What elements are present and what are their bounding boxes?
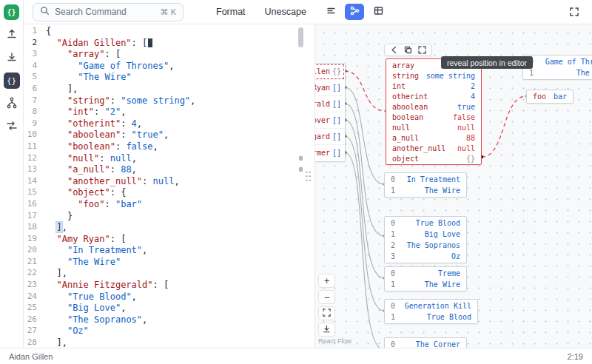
line-number: 7 bbox=[24, 95, 46, 107]
node-row: 2The Sopranos bbox=[385, 240, 466, 251]
code-line[interactable]: 19 "Amy Ryan": [ bbox=[24, 234, 314, 246]
code-line[interactable]: 6 ], bbox=[24, 84, 314, 95]
root-node-row[interactable]: Aidan Gillen{} bbox=[314, 64, 345, 80]
graph-node-aidan-array[interactable]: 0Game of Thrones1The Wire bbox=[522, 55, 592, 80]
code-text: "array": [ bbox=[46, 49, 121, 61]
focus-icon[interactable] bbox=[418, 46, 426, 54]
download-image-button[interactable] bbox=[318, 323, 335, 337]
format-button[interactable]: Format bbox=[216, 7, 246, 17]
graph-node-alice-farmer[interactable]: 0The Corner bbox=[384, 337, 467, 348]
code-text: "The Sopranos", bbox=[46, 314, 147, 326]
code-line[interactable]: 26 "The Sopranos", bbox=[24, 314, 314, 326]
fit-view-button[interactable] bbox=[318, 306, 335, 320]
node-row: stringsome string bbox=[386, 70, 481, 81]
graph-canvas[interactable]: Aidan Gillen{}Amy Ryan[]Annie Fitzgerald… bbox=[314, 24, 592, 348]
scrollbar-thumb[interactable] bbox=[298, 27, 303, 47]
line-number: 25 bbox=[24, 303, 46, 314]
line-number: 19 bbox=[24, 234, 46, 246]
export-button[interactable] bbox=[4, 27, 20, 43]
code-text: "Amy Ryan": [ bbox=[46, 234, 126, 246]
graph-node-alexander-skarsgard[interactable]: 0Generation Kill1True Blood bbox=[384, 299, 478, 324]
graph-node-amy-ryan[interactable]: 0In Treatment1The Wire bbox=[384, 172, 467, 198]
flow-tool-button[interactable] bbox=[4, 95, 20, 112]
search-shortcut: ⌘ K bbox=[161, 7, 176, 17]
code-line[interactable]: 14 "another_null": null, bbox=[24, 176, 314, 188]
unescape-button[interactable]: Unescape bbox=[265, 7, 306, 17]
json-editor-tool-button[interactable]: {} bbox=[4, 73, 20, 89]
selected-object-node[interactable]: arraystringsome stringint2otherint4abool… bbox=[386, 58, 482, 165]
node-value: bar bbox=[554, 92, 567, 101]
code-text: "string": "some string", bbox=[46, 95, 195, 107]
graph-node-anwan-glover[interactable]: 0Treme1The Wire bbox=[384, 266, 467, 291]
graph-view-button[interactable] bbox=[345, 4, 364, 20]
code-line[interactable]: 25 "Big Love", bbox=[24, 303, 314, 314]
root-node-row[interactable]: Anwan Glover[] bbox=[314, 112, 345, 129]
compare-tool-button[interactable] bbox=[4, 118, 20, 135]
code-line[interactable]: 4 "Game of Thrones", bbox=[24, 61, 314, 73]
code-line[interactable]: 13 "a_null": 88, bbox=[24, 164, 314, 176]
json-editor[interactable]: 1{2 "Aidan Gillen": [3 "array": [4 "Game… bbox=[24, 24, 314, 348]
code-line[interactable]: 1{ bbox=[24, 26, 314, 38]
root-node-row[interactable]: Alexander Skarsgard[] bbox=[314, 129, 345, 145]
code-line[interactable]: 10 "aboolean": "true", bbox=[24, 129, 314, 141]
code-line[interactable]: 2 "Aidan Gillen": [ bbox=[24, 38, 314, 50]
code-line[interactable]: 28 ], bbox=[24, 337, 314, 348]
reactflow-attribution: React Flow bbox=[318, 337, 352, 345]
code-line[interactable]: 5 "The Wire" bbox=[24, 72, 314, 84]
node-key: foo bbox=[533, 92, 546, 101]
code-line[interactable]: 24 "True Blood", bbox=[24, 291, 314, 303]
search-placeholder: Search Command bbox=[55, 7, 155, 17]
selected-path: Aidan Gillen bbox=[9, 352, 53, 361]
code-line[interactable]: 18 ], bbox=[24, 222, 314, 234]
node-row: 0Generation Kill bbox=[385, 300, 477, 311]
code-line[interactable]: 16 "foo": "bar" bbox=[24, 199, 314, 211]
code-line[interactable]: 20 "In Treatment", bbox=[24, 245, 314, 257]
code-text: "Big Love", bbox=[46, 303, 126, 314]
code-line[interactable]: 17 } bbox=[24, 211, 314, 223]
zoom-in-button[interactable]: + bbox=[318, 274, 335, 288]
code-text: ], bbox=[46, 84, 78, 95]
code-line[interactable]: 7 "string": "some string", bbox=[24, 95, 314, 107]
code-line[interactable]: 12 "null": null, bbox=[24, 153, 314, 165]
table-view-button[interactable] bbox=[369, 4, 388, 20]
graph-node-foo-object[interactable]: foo bar bbox=[526, 90, 574, 104]
line-number: 2 bbox=[24, 38, 46, 50]
code-text: "In Treatment", bbox=[46, 245, 147, 257]
download-button[interactable] bbox=[4, 50, 20, 66]
root-node-row[interactable]: Annie Fitzgerald[] bbox=[314, 96, 345, 112]
node-row: another_nullnull bbox=[386, 143, 481, 153]
code-line[interactable]: 22 ], bbox=[24, 268, 314, 280]
root-node-row[interactable]: Amy Ryan[] bbox=[314, 80, 345, 96]
zoom-out-button[interactable]: − bbox=[318, 290, 335, 304]
code-text: "foo": "bar" bbox=[46, 199, 142, 211]
code-line[interactable]: 8 "int": "2", bbox=[24, 107, 314, 118]
app-logo-icon[interactable]: {} bbox=[4, 4, 19, 20]
code-line[interactable]: 15 "object": { bbox=[24, 187, 314, 199]
graph-node-annie-fitzgerald[interactable]: 0True Blood1Big Love2The Sopranos3Oz bbox=[384, 216, 467, 263]
search-icon bbox=[40, 5, 50, 18]
line-number: 23 bbox=[24, 280, 46, 291]
node-row: 0Game of Thrones bbox=[523, 56, 592, 67]
node-row: object{} bbox=[386, 153, 481, 164]
code-line[interactable]: 3 "array": [ bbox=[24, 49, 314, 61]
line-number: 17 bbox=[24, 211, 46, 223]
code-text: "null": null, bbox=[46, 153, 137, 165]
code-line[interactable]: 23 "Annie Fitzgerald": [ bbox=[24, 280, 314, 291]
back-arrow-icon[interactable] bbox=[390, 46, 398, 54]
panel-resize-handle[interactable] bbox=[305, 170, 312, 183]
root-object-node[interactable]: Aidan Gillen{}Amy Ryan[]Annie Fitzgerald… bbox=[314, 63, 346, 162]
line-number: 4 bbox=[24, 61, 46, 73]
fullscreen-button[interactable] bbox=[567, 5, 582, 20]
editor-scrollbar[interactable] bbox=[298, 26, 303, 344]
code-text: ], bbox=[46, 337, 67, 348]
copy-icon[interactable] bbox=[404, 46, 412, 54]
node-row: 3Oz bbox=[385, 251, 466, 262]
code-line[interactable]: 21 "The Wire" bbox=[24, 257, 314, 269]
code-line[interactable]: 27 "Oz" bbox=[24, 326, 314, 337]
code-line[interactable]: 11 "boolean": false, bbox=[24, 141, 314, 153]
editor-view-button[interactable] bbox=[321, 4, 340, 20]
line-number: 24 bbox=[24, 291, 46, 303]
search-command-input[interactable]: Search Command ⌘ K bbox=[33, 3, 184, 21]
code-line[interactable]: 9 "otherint": 4, bbox=[24, 118, 314, 130]
root-node-row[interactable]: Alice Farmer[] bbox=[314, 145, 345, 161]
